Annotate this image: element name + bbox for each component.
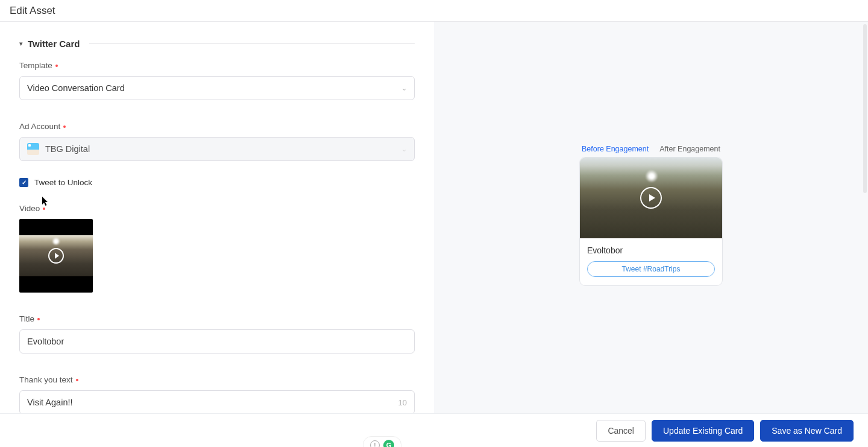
field-tweet-to-unlock: ✓ Tweet to Unlock <box>19 178 415 187</box>
tweet-to-unlock-label: Tweet to Unlock <box>34 178 92 187</box>
section-title: Twitter Card <box>28 39 80 49</box>
grammarly-widget[interactable]: ! G <box>363 436 401 447</box>
page-title: Edit Asset <box>10 5 858 17</box>
form-pane: ▾ Twitter Card Template Video Conversati… <box>0 22 434 413</box>
required-dot <box>43 208 45 210</box>
preview-video-thumb[interactable] <box>580 157 722 238</box>
field-ad-account: Ad Account TBG Digital ⌄ <box>19 122 415 161</box>
ad-account-select[interactable]: TBG Digital ⌄ <box>19 137 415 161</box>
tab-before-engagement[interactable]: Before Engagement <box>582 145 649 153</box>
field-video: Video <box>19 204 415 293</box>
video-thumbnail[interactable] <box>19 219 93 293</box>
required-dot <box>37 318 40 320</box>
template-select-value: Video Conversation Card <box>27 83 125 93</box>
play-icon <box>640 187 662 209</box>
preview-tabs: Before Engagement After Engagement <box>579 145 723 153</box>
play-icon <box>48 248 64 264</box>
update-existing-card-button[interactable]: Update Existing Card <box>652 420 754 442</box>
save-as-new-card-button[interactable]: Save as New Card <box>760 420 854 442</box>
ad-account-value: TBG Digital <box>45 144 90 154</box>
label-video: Video <box>19 204 415 213</box>
required-dot <box>55 65 58 67</box>
warning-icon: ! <box>370 440 380 447</box>
field-template: Template Video Conversation Card ⌄ <box>19 61 415 100</box>
tweet-to-unlock-checkbox[interactable]: ✓ <box>19 178 28 187</box>
template-select[interactable]: Video Conversation Card ⌄ <box>19 76 415 100</box>
label-title: Title <box>19 314 415 323</box>
chevron-down-icon: ⌄ <box>401 145 407 153</box>
title-input-wrap <box>19 329 415 353</box>
required-dot <box>76 379 78 381</box>
field-title: Title <box>19 314 415 353</box>
thankyou-counter: 10 <box>398 398 407 407</box>
label-thankyou: Thank you text <box>19 375 415 384</box>
chevron-down-icon: ⌄ <box>401 84 407 92</box>
scrollbar[interactable] <box>863 24 867 193</box>
label-template: Template <box>19 61 415 70</box>
title-input[interactable] <box>27 337 407 346</box>
section-header-twitter-card[interactable]: ▾ Twitter Card <box>19 39 415 49</box>
preview-card: Evoltobor Tweet #RoadTrips <box>579 157 723 286</box>
cancel-button[interactable]: Cancel <box>596 420 646 442</box>
preview-body: Evoltobor Tweet #RoadTrips <box>580 238 722 285</box>
thankyou-input-wrap: 10 <box>19 390 415 413</box>
preview-tweet-button[interactable]: Tweet #RoadTrips <box>587 261 715 277</box>
preview-pane: Before Engagement After Engagement Evolt… <box>434 22 868 413</box>
page-header: Edit Asset <box>0 0 868 22</box>
preview-wrapper: Before Engagement After Engagement Evolt… <box>579 145 723 413</box>
content-area: ▾ Twitter Card Template Video Conversati… <box>0 22 868 413</box>
divider <box>89 43 415 44</box>
preview-title: Evoltobor <box>587 246 715 255</box>
account-avatar-icon <box>27 143 39 155</box>
label-ad-account: Ad Account <box>19 122 415 131</box>
tab-after-engagement[interactable]: After Engagement <box>659 145 720 153</box>
grammarly-icon: G <box>383 440 394 447</box>
thankyou-input[interactable] <box>27 398 398 407</box>
chevron-down-icon: ▾ <box>19 40 23 48</box>
required-dot <box>63 125 66 128</box>
field-thankyou: Thank you text 10 <box>19 375 415 413</box>
footer: Cancel Update Existing Card Save as New … <box>0 413 868 447</box>
